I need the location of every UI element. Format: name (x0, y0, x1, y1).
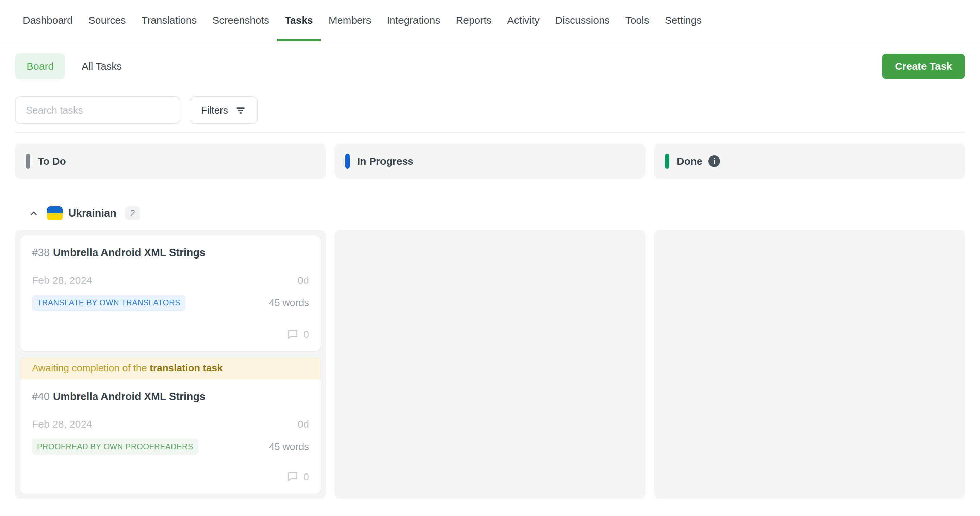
task-title-row: #38Umbrella Android XML Strings (32, 246, 309, 260)
ukraine-flag-icon (47, 206, 63, 221)
task-card-group: Awaiting completion of the translation t… (20, 357, 321, 494)
nav-item-members[interactable]: Members (321, 0, 379, 41)
tab-board[interactable]: Board (15, 53, 65, 79)
create-task-button[interactable]: Create Task (882, 54, 965, 79)
column-header-label: In Progress (357, 156, 414, 167)
nav-item-translations[interactable]: Translations (134, 0, 205, 41)
nav-item-activity[interactable]: Activity (500, 0, 547, 41)
task-date: Feb 28, 2024 (32, 418, 92, 430)
language-group-label: Ukrainian (68, 207, 116, 219)
todo-status-bar-icon (26, 154, 30, 169)
board-column-headers: To Do In Progress Done i (15, 143, 965, 179)
view-toolbar: Board All Tasks Create Task (15, 53, 965, 79)
task-name: Umbrella Android XML Strings (53, 391, 205, 402)
column-done (654, 230, 965, 499)
project-nav: Dashboard Sources Translations Screensho… (0, 0, 980, 41)
chevron-up-icon (29, 208, 39, 218)
task-meta-row: Feb 28, 2024 0d (32, 275, 309, 286)
workflow-step-badge: TRANSLATE BY OWN TRANSLATORS (32, 295, 185, 311)
task-name: Umbrella Android XML Strings (53, 247, 205, 259)
task-id: #38 (32, 247, 50, 259)
banner-link-text[interactable]: translation task (150, 363, 223, 373)
in-progress-status-bar-icon (345, 154, 350, 169)
nav-item-dashboard[interactable]: Dashboard (15, 0, 81, 41)
nav-item-discussions[interactable]: Discussions (547, 0, 617, 41)
nav-item-settings[interactable]: Settings (657, 0, 710, 41)
task-date: Feb 28, 2024 (32, 275, 92, 286)
workflow-step-badge: PROOFREAD BY OWN PROOFREADERS (32, 439, 198, 455)
collapse-group-button[interactable] (29, 208, 39, 218)
nav-item-screenshots[interactable]: Screenshots (205, 0, 277, 41)
task-footer: 0 (32, 329, 309, 340)
task-title-row: #40Umbrella Android XML Strings (32, 390, 309, 403)
nav-item-sources[interactable]: Sources (81, 0, 134, 41)
board-columns: #38Umbrella Android XML Strings Feb 28, … (15, 230, 965, 499)
done-status-bar-icon (665, 154, 669, 169)
comment-count: 0 (303, 471, 309, 483)
tasks-page: Board All Tasks Create Task Filters To D… (0, 53, 980, 499)
column-header-done: Done i (654, 143, 965, 179)
filters-button-label: Filters (201, 105, 228, 116)
info-icon[interactable]: i (708, 156, 720, 167)
task-word-count: 45 words (269, 297, 309, 308)
column-in-progress (334, 230, 646, 499)
comment-bubble-icon (287, 472, 298, 482)
nav-item-integrations[interactable]: Integrations (379, 0, 448, 41)
task-badge-row: TRANSLATE BY OWN TRANSLATORS 45 words (32, 295, 309, 311)
filter-bar: Filters (15, 96, 965, 124)
task-card[interactable]: #38Umbrella Android XML Strings Feb 28, … (20, 235, 321, 352)
task-meta-row: Feb 28, 2024 0d (32, 418, 309, 430)
column-header-label: Done (677, 156, 702, 167)
tab-all-tasks[interactable]: All Tasks (70, 53, 134, 79)
language-group-header: Ukrainian 2 (15, 205, 965, 221)
section-divider (15, 132, 965, 133)
nav-item-tools[interactable]: Tools (617, 0, 657, 41)
filters-button[interactable]: Filters (189, 96, 258, 124)
banner-text: Awaiting completion of the (32, 363, 150, 373)
task-due: 0d (298, 275, 309, 286)
task-footer: 0 (32, 471, 309, 483)
comment-count: 0 (303, 329, 309, 340)
column-todo: #38Umbrella Android XML Strings Feb 28, … (15, 230, 326, 499)
task-due: 0d (298, 418, 309, 430)
awaiting-banner: Awaiting completion of the translation t… (21, 357, 321, 379)
column-header-todo: To Do (15, 143, 326, 179)
column-header-in-progress: In Progress (334, 143, 646, 179)
task-card[interactable]: #40Umbrella Android XML Strings Feb 28, … (21, 379, 321, 494)
task-badge-row: PROOFREAD BY OWN PROOFREADERS 45 words (32, 439, 309, 455)
search-input[interactable] (15, 96, 180, 124)
nav-item-reports[interactable]: Reports (448, 0, 500, 41)
column-header-label: To Do (38, 156, 66, 167)
filter-lines-icon (235, 105, 247, 116)
comment-bubble-icon (287, 329, 298, 340)
language-task-count-badge: 2 (125, 206, 140, 221)
task-word-count: 45 words (269, 441, 309, 452)
nav-item-tasks[interactable]: Tasks (277, 0, 321, 41)
task-id: #40 (32, 391, 50, 402)
